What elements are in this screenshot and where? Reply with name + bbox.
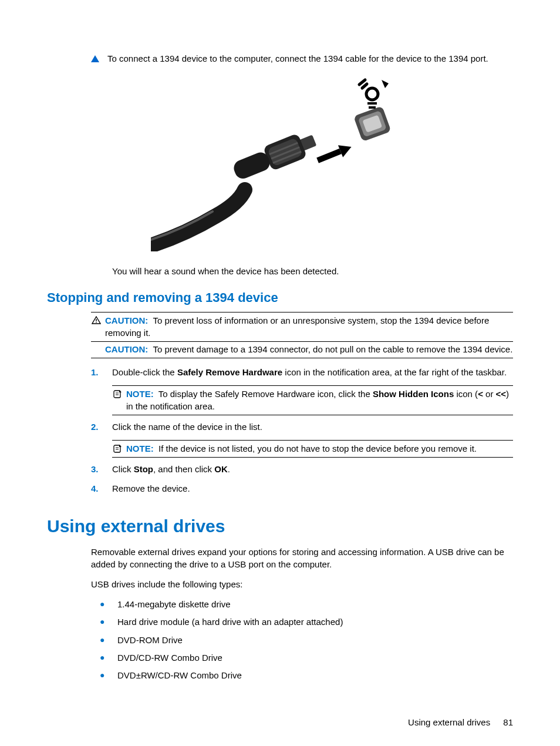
bullet-item: ●1.44-megabyte diskette drive bbox=[100, 599, 513, 610]
note1-bold3: << bbox=[496, 389, 507, 399]
step-text: To connect a 1394 device to the computer… bbox=[107, 53, 513, 65]
step3-mid: , and then click bbox=[153, 464, 214, 474]
svg-marker-10 bbox=[338, 141, 354, 157]
step3-bold: Stop bbox=[134, 464, 153, 474]
procedure-step: To connect a 1394 device to the computer… bbox=[91, 53, 513, 65]
note1-mid: icon ( bbox=[454, 389, 478, 399]
caution-2-label: CAUTION: bbox=[105, 344, 148, 354]
note-box-1: NOTE: To display the Safely Remove Hardw… bbox=[112, 385, 513, 415]
svg-rect-5 bbox=[369, 106, 376, 109]
svg-rect-20 bbox=[96, 322, 96, 322]
para2: USB drives include the following types: bbox=[91, 579, 513, 590]
svg-point-0 bbox=[366, 88, 378, 100]
bullet-3: DVD/CD-RW Combo Drive bbox=[117, 652, 222, 664]
ol-num-3: 3. bbox=[91, 463, 112, 475]
svg-rect-17 bbox=[231, 150, 272, 182]
page-footer: Using external drives 81 bbox=[47, 717, 513, 728]
note-box-2: NOTE: If the device is not listed, you d… bbox=[112, 440, 513, 458]
ol-step-2: 2. Click the name of the device in the l… bbox=[91, 421, 513, 433]
heading-using-external-drives: Using external drives bbox=[47, 515, 513, 539]
bullet-item: ●Hard drive module (a hard drive with an… bbox=[100, 616, 513, 628]
svg-line-1 bbox=[359, 80, 365, 85]
caution-1-label: CAUTION: bbox=[105, 315, 148, 325]
note-icon-2 bbox=[112, 443, 123, 455]
ol-step-1: 1. Double-click the Safely Remove Hardwa… bbox=[91, 367, 513, 378]
note-icon bbox=[112, 388, 123, 412]
caution-1-body: CAUTION: To prevent loss of information … bbox=[105, 315, 513, 339]
note-2-body: NOTE: If the device is not listed, you d… bbox=[126, 443, 513, 455]
step1-pre: Double-click the bbox=[112, 367, 177, 377]
note1-mid2: or bbox=[483, 389, 496, 399]
ol-step-4: 4. Remove the device. bbox=[91, 483, 513, 495]
bullet-dot-icon: ● bbox=[100, 599, 117, 610]
footer-text: Using external drives bbox=[408, 717, 490, 727]
caution-spacer bbox=[91, 344, 102, 355]
caution-1-text: To prevent loss of information or an unr… bbox=[105, 315, 489, 337]
bullet-item: ●DVD/CD-RW Combo Drive bbox=[100, 652, 513, 664]
step1-post: icon in the notification area, at the fa… bbox=[282, 367, 507, 377]
ol-step-3: 3. Click Stop, and then click OK. bbox=[91, 463, 513, 475]
ol-num-4: 4. bbox=[91, 483, 112, 495]
caution-box-2: CAUTION: To prevent damage to a 1394 con… bbox=[91, 344, 513, 358]
note1-bold2: < bbox=[478, 389, 483, 399]
bullet-dot-icon: ● bbox=[100, 670, 117, 681]
step3-post: . bbox=[228, 464, 230, 474]
ol-num-2: 2. bbox=[91, 421, 112, 433]
note-1-label: NOTE: bbox=[126, 389, 154, 399]
heading-stopping-removing: Stopping and removing a 1394 device bbox=[47, 289, 513, 307]
caution-2-body: CAUTION: To prevent damage to a 1394 con… bbox=[105, 344, 513, 355]
ol-num-1: 1. bbox=[91, 367, 112, 378]
bullet-0: 1.44-megabyte diskette drive bbox=[117, 599, 231, 610]
step1-bold: Safely Remove Hardware bbox=[177, 367, 282, 377]
caution-icon bbox=[91, 315, 102, 339]
note-2-label: NOTE: bbox=[126, 443, 154, 453]
bullet-4: DVD±RW/CD-RW Combo Drive bbox=[117, 670, 242, 681]
note1-bold: Show Hidden Icons bbox=[373, 389, 454, 399]
svg-rect-9 bbox=[316, 149, 342, 163]
svg-line-2 bbox=[362, 84, 367, 88]
after-image-text: You will hear a sound when the device ha… bbox=[112, 266, 513, 277]
bullet-item: ●DVD±RW/CD-RW Combo Drive bbox=[100, 670, 513, 681]
bullet-dot-icon: ● bbox=[100, 634, 117, 646]
para1: Removable external drives expand your op… bbox=[91, 546, 513, 570]
bullet-2: DVD-ROM Drive bbox=[117, 634, 183, 646]
step3-pre: Click bbox=[112, 464, 134, 474]
ol-body-1: Double-click the Safely Remove Hardware … bbox=[112, 367, 513, 378]
triangle-bullet-icon bbox=[91, 55, 99, 62]
page-number: 81 bbox=[503, 717, 513, 727]
bullet-dot-icon: ● bbox=[100, 652, 117, 664]
bullet-item: ●DVD-ROM Drive bbox=[100, 634, 513, 646]
bullet-dot-icon: ● bbox=[100, 616, 117, 628]
ol-body-3: Click Stop, and then click OK. bbox=[112, 463, 513, 475]
ol-body-2: Click the name of the device in the list… bbox=[112, 421, 513, 433]
svg-rect-19 bbox=[96, 319, 96, 321]
svg-rect-4 bbox=[367, 102, 377, 105]
bullet-1: Hard drive module (a hard drive with an … bbox=[117, 616, 343, 628]
note2-text: If the device is not listed, you do not … bbox=[158, 443, 477, 453]
note1-pre: To display the Safely Remove Hardware ic… bbox=[158, 389, 373, 399]
ol-body-4: Remove the device. bbox=[112, 483, 513, 495]
svg-marker-3 bbox=[382, 80, 389, 88]
step3-bold2: OK bbox=[214, 464, 228, 474]
caution-box-1: CAUTION: To prevent loss of information … bbox=[91, 312, 513, 342]
caution-2-text: To prevent damage to a 1394 connector, d… bbox=[153, 344, 512, 354]
firewire-cable-illustration bbox=[47, 75, 513, 254]
note-1-body: NOTE: To display the Safely Remove Hardw… bbox=[126, 388, 513, 412]
